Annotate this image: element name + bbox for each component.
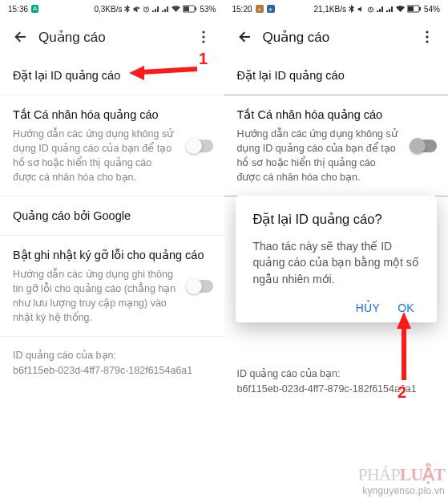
battery-icon [407,5,422,13]
item-label: Tắt Cá nhân hóa quảng cáo [237,107,436,123]
toggle-switch[interactable] [411,140,437,152]
ad-id-block: ID quảng cáo của bạn: b6f115eb-023d-4ff7… [224,355,449,408]
signal-icon [386,6,394,13]
svg-rect-2 [184,6,189,11]
svg-rect-10 [419,7,421,10]
mute-icon [133,6,140,13]
item-label: Tắt Cá nhân hóa quảng cáo [13,107,212,123]
mute-icon [357,6,365,13]
page-title: Quảng cáo [263,29,414,46]
status-battery: 53% [200,5,216,14]
item-label: Đặt lại ID quảng cáo [237,67,436,83]
more-button[interactable] [413,22,442,51]
dialog-cancel-button[interactable]: HỦY [356,302,380,314]
ads-by-google-item[interactable]: Quảng cáo bởi Google [0,196,224,236]
wifi-icon [396,6,405,13]
item-description: Hướng dẫn các ứng dụng ghi thông tin gỡ … [13,267,212,326]
reset-ad-id-item[interactable]: Đặt lại ID quảng cáo [0,56,224,95]
ad-id-block: ID quảng cáo của bạn: b6f115eb-023d-4ff7… [0,337,224,390]
svg-point-12 [426,35,428,38]
svg-point-11 [426,30,428,33]
signal-icon [162,6,169,13]
annotation-number-2: 2 [398,383,406,402]
status-time: 15:36 [8,5,28,14]
back-button[interactable] [231,22,260,51]
bluetooth-icon [124,5,131,13]
reset-ad-id-item[interactable]: Đặt lại ID quảng cáo [224,56,449,95]
item-description: Hướng dẫn các ứng dụng không sử dụng ID … [13,127,212,185]
app-badge-icon: A [31,5,38,13]
phone-left: 15:36 A 0,3KB/s [0,0,224,498]
alarm-icon [367,6,374,13]
signal-icon [377,6,384,13]
svg-rect-9 [408,6,414,11]
app-badge-icon: ● [256,5,264,13]
wifi-icon [172,6,180,13]
dialog-title: Đặt lại ID quảng cáo? [253,212,420,227]
item-label: Quảng cáo bởi Google [13,208,212,224]
ad-id-label: ID quảng cáo của bạn: [13,348,212,363]
item-label: Bật ghi nhật ký gỡ lỗi cho quảng cáo [13,247,212,263]
opt-out-personalization-item[interactable]: Tắt Cá nhân hóa quảng cáo Hướng dẫn các … [224,95,449,196]
status-time: 15:20 [232,5,252,14]
confirm-dialog: Đặt lại ID quảng cáo? Thao tác này sẽ th… [236,196,438,322]
page-title: Quảng cáo [38,29,189,46]
svg-rect-3 [195,7,196,10]
svg-point-4 [202,30,204,33]
annotation-number-1: 1 [199,50,208,68]
ad-id-label: ID quảng cáo của bạn: [237,366,436,382]
debug-logging-item[interactable]: Bật ghi nhật ký gỡ lỗi cho quảng cáo Hướ… [0,236,224,337]
more-button[interactable] [189,22,218,51]
status-bar: 15:36 A 0,3KB/s [0,0,224,18]
opt-out-personalization-item[interactable]: Tắt Cá nhân hóa quảng cáo Hướng dẫn các … [0,95,224,196]
svg-point-5 [202,35,204,38]
status-bar: 15:20 ● ● 21,1KB/s [224,0,449,18]
ad-id-value: b6f115eb-023d-4ff7-879c-182f6154a6a1 [13,363,212,379]
bluetooth-icon [349,5,355,13]
phone-right: 15:20 ● ● 21,1KB/s [224,0,449,498]
battery-icon [183,5,197,13]
dialog-ok-button[interactable]: OK [398,302,414,314]
svg-point-6 [202,40,204,43]
app-header: Quảng cáo [224,18,449,56]
status-net: 21,1KB/s [313,5,346,14]
item-label: Đặt lại ID quảng cáo [13,67,212,83]
toggle-switch[interactable] [188,140,213,152]
dialog-body: Thao tác này sẽ thay thế ID quảng cáo củ… [253,238,420,287]
status-net: 0,3KB/s [94,5,122,14]
svg-point-13 [426,40,428,43]
back-button[interactable] [6,22,35,51]
signal-icon [152,6,159,13]
alarm-icon [143,6,150,13]
toggle-switch[interactable] [188,280,213,293]
app-header: Quảng cáo [0,18,224,56]
item-description: Hướng dẫn các ứng dụng không sử dụng ID … [237,127,436,185]
status-battery: 54% [424,5,440,14]
app-badge-icon: ● [267,5,275,13]
